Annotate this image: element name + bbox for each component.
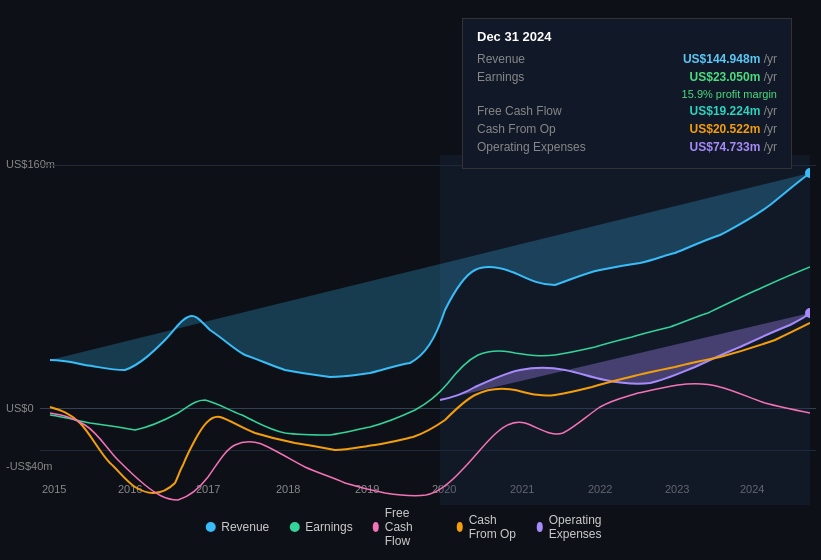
tooltip-value-fcf: US$19.224m /yr	[690, 104, 777, 118]
legend-earnings: Earnings	[289, 520, 352, 534]
legend-dot-revenue	[205, 522, 215, 532]
tooltip-row-revenue: Revenue US$144.948m /yr	[477, 52, 777, 66]
tooltip-row-earnings: Earnings US$23.050m /yr	[477, 70, 777, 84]
chart-container: Dec 31 2024 Revenue US$144.948m /yr Earn…	[0, 0, 821, 560]
tooltip-value-revenue: US$144.948m /yr	[683, 52, 777, 66]
legend-dot-opex	[537, 522, 543, 532]
tooltip-label-opex: Operating Expenses	[477, 140, 597, 154]
legend-label-earnings: Earnings	[305, 520, 352, 534]
tooltip-label-revenue: Revenue	[477, 52, 597, 66]
tooltip-row-fcf: Free Cash Flow US$19.224m /yr	[477, 104, 777, 118]
tooltip-sub-earnings: 15.9% profit margin	[477, 88, 777, 100]
legend-opex: Operating Expenses	[537, 513, 616, 541]
tooltip-box: Dec 31 2024 Revenue US$144.948m /yr Earn…	[462, 18, 792, 169]
legend-label-cashop: Cash From Op	[469, 513, 517, 541]
chart-svg	[10, 155, 810, 505]
legend-revenue: Revenue	[205, 520, 269, 534]
legend-label-opex: Operating Expenses	[549, 513, 616, 541]
tooltip-value-cashop: US$20.522m /yr	[690, 122, 777, 136]
legend-dot-cashop	[457, 522, 463, 532]
legend-label-fcf: Free Cash Flow	[385, 506, 437, 548]
legend-label-revenue: Revenue	[221, 520, 269, 534]
tooltip-value-opex: US$74.733m /yr	[690, 140, 777, 154]
legend-fcf: Free Cash Flow	[373, 506, 437, 548]
tooltip-value-earnings: US$23.050m /yr	[690, 70, 777, 84]
tooltip-row-cashop: Cash From Op US$20.522m /yr	[477, 122, 777, 136]
legend-cashop: Cash From Op	[457, 513, 517, 541]
legend-dot-fcf	[373, 522, 379, 532]
tooltip-row-opex: Operating Expenses US$74.733m /yr	[477, 140, 777, 154]
chart-legend: Revenue Earnings Free Cash Flow Cash Fro…	[205, 506, 616, 548]
tooltip-label-earnings: Earnings	[477, 70, 597, 84]
tooltip-date: Dec 31 2024	[477, 29, 777, 44]
legend-dot-earnings	[289, 522, 299, 532]
tooltip-label-cashop: Cash From Op	[477, 122, 597, 136]
tooltip-label-fcf: Free Cash Flow	[477, 104, 597, 118]
